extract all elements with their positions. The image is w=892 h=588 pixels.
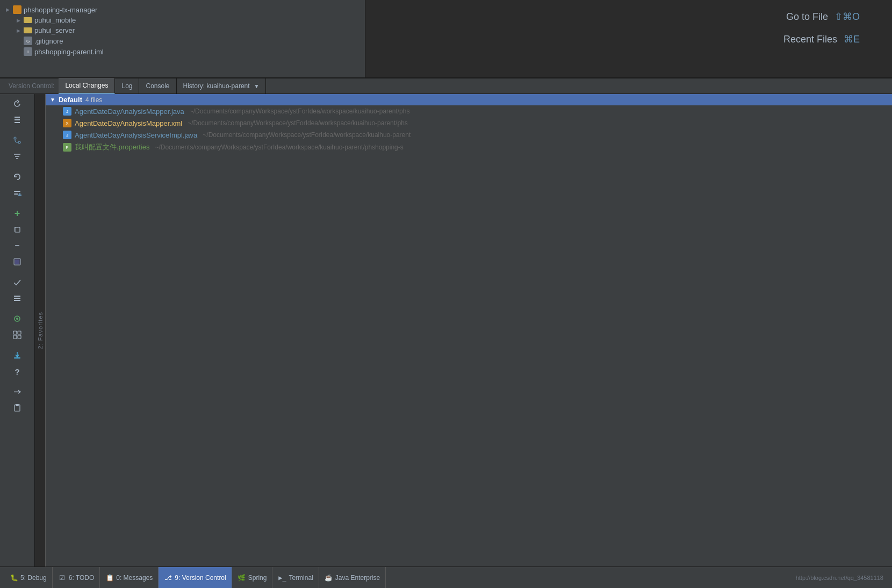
file-entry-mapper-xml[interactable]: X AgentDateDayAnalysisMapper.xml ~/Docum…	[46, 117, 892, 129]
copy-button[interactable]	[10, 222, 25, 237]
file-path-mapper-xml: ~/Documents/companyWorkspace/ystForIdea/…	[188, 119, 408, 127]
git-branch-button[interactable]	[10, 133, 25, 148]
git-branch-icon	[13, 136, 21, 145]
tree-item-gitignore[interactable]: G .gitignore	[0, 35, 365, 46]
tree-label-iml: phshopping-parent.iml	[34, 48, 104, 56]
file-entry-props[interactable]: P 我叫配置文件.properties ~/Documents/companyW…	[46, 141, 892, 154]
tab-console[interactable]: Console	[139, 78, 176, 94]
terminal-label: Terminal	[289, 574, 313, 582]
selection-button[interactable]	[10, 254, 25, 269]
messages-icon: 📋	[105, 573, 114, 582]
terminal-icon: ▶_	[278, 573, 286, 582]
status-bar: 🐛 5: Debug ☑ 6: TODO 📋 0: Messages ⎇ 9: …	[0, 567, 892, 588]
svg-point-1	[18, 141, 20, 144]
recent-files-item[interactable]: Recent Files ⌘E	[783, 33, 860, 45]
tab-local-changes-label: Local Changes	[65, 82, 108, 89]
tree-item-puhui-mobile[interactable]: ▶ puhui_mobile	[0, 15, 365, 25]
tree-label-server: puhui_server	[34, 26, 75, 34]
move-icon	[13, 388, 21, 396]
main-content: + −	[0, 94, 892, 567]
collapse-all-button[interactable]	[10, 149, 25, 164]
add-button[interactable]: +	[10, 206, 25, 221]
recent-files-shortcut: ⌘E	[844, 33, 860, 45]
expand-all-icon	[13, 116, 21, 124]
commit-button[interactable]	[10, 275, 25, 290]
go-to-file-label: Go to File	[786, 11, 828, 23]
svg-rect-6	[15, 227, 20, 232]
tree-label-mobile: puhui_mobile	[34, 16, 76, 24]
list-view-button[interactable]	[10, 291, 25, 306]
file-tree-content: ▶ phshopping-tx-manager ▶ puhui_mobile ▶…	[0, 0, 365, 77]
left-toolbar: + −	[0, 94, 35, 567]
bottom-url: http://blog.csdn.net/qq_34581118	[796, 575, 888, 581]
debug-label: 5: Debug	[20, 574, 47, 582]
tab-history[interactable]: History: kuaihuo-parent ▼	[177, 78, 267, 94]
group-expand-arrow: ▼	[50, 97, 55, 103]
status-todo[interactable]: ☑ 6: TODO	[53, 567, 100, 589]
tab-log[interactable]: Log	[115, 78, 139, 94]
selection-icon	[13, 257, 21, 266]
svg-rect-8	[15, 260, 19, 264]
status-messages[interactable]: 📋 0: Messages	[100, 567, 159, 589]
favorites-bar: 2: Favorites	[35, 94, 46, 567]
tree-arrow-mobile: ▶	[15, 17, 21, 24]
messages-label: 0: Messages	[116, 574, 153, 582]
status-spring[interactable]: 🌿 Spring	[232, 567, 273, 589]
svg-rect-16	[13, 335, 17, 339]
status-terminal[interactable]: ▶_ Terminal	[272, 567, 319, 589]
svg-rect-9	[14, 296, 20, 297]
tree-item-phshopping[interactable]: ▶ phshopping-tx-manager	[0, 4, 365, 15]
java-enterprise-icon: ☕	[325, 573, 333, 582]
tab-history-label: History: kuaihuo-parent	[183, 82, 250, 90]
tab-local-changes[interactable]: Local Changes	[59, 78, 115, 94]
rollback-button[interactable]	[10, 169, 25, 184]
remove-button[interactable]: −	[10, 238, 25, 253]
svg-rect-10	[14, 298, 20, 299]
group-count: 4 files	[85, 96, 102, 104]
tree-item-iml[interactable]: I phshopping-parent.iml	[0, 46, 365, 57]
default-group-header[interactable]: ▼ Default 4 files	[46, 94, 892, 105]
status-java-enterprise[interactable]: ☕ Java Enterprise	[319, 567, 386, 589]
refresh-button[interactable]	[10, 96, 25, 111]
highlight-icon	[13, 314, 21, 323]
expand-all-button[interactable]	[10, 112, 25, 127]
tree-label-phshopping: phshopping-tx-manager	[24, 6, 97, 14]
copy-clipboard-button[interactable]	[10, 400, 25, 415]
group-label: Default	[59, 96, 82, 104]
go-to-file-item[interactable]: Go to File ⇧⌘O	[786, 11, 860, 23]
version-control-label: 9: Version Control	[175, 574, 226, 582]
file-icon-service-java: J	[63, 131, 71, 139]
todo-label: 6: TODO	[69, 574, 95, 582]
svg-rect-20	[16, 404, 19, 406]
tree-item-puhui-server[interactable]: ▶ puhui_server	[0, 25, 365, 35]
changes-list: ▼ Default 4 files J AgentDateDayAnalysis…	[46, 94, 892, 567]
todo-icon: ☑	[58, 573, 67, 582]
file-name-service-java: AgentDateDayAnalysisServiceImpl.java	[75, 131, 197, 139]
commit-icon	[13, 278, 21, 286]
folder-icon-phshopping	[13, 5, 21, 14]
file-path-mapper-java: ~/Documents/companyWorkspace/ystForIdea/…	[190, 107, 410, 115]
highlight-button[interactable]	[10, 311, 25, 326]
copy-icon	[13, 225, 21, 234]
file-icon-mapper-java: J	[63, 107, 71, 116]
tab-console-label: Console	[146, 82, 169, 90]
new-changelist-icon	[13, 189, 21, 197]
expand-tree-icon	[13, 331, 21, 339]
status-debug[interactable]: 🐛 5: Debug	[4, 567, 53, 589]
file-name-mapper-java: AgentDateDayAnalysisMapper.java	[75, 107, 184, 116]
tab-history-arrow: ▼	[254, 83, 260, 89]
svg-point-0	[14, 137, 16, 139]
list-view-icon	[13, 294, 21, 303]
new-changelist-button[interactable]	[10, 185, 25, 200]
collapse-all-icon	[13, 152, 21, 161]
expand-tree-button[interactable]	[10, 327, 25, 342]
update-button[interactable]	[10, 348, 25, 363]
status-version-control[interactable]: ⎇ 9: Version Control	[159, 567, 232, 589]
file-entry-service-java[interactable]: J AgentDateDayAnalysisServiceImpl.java ~…	[46, 129, 892, 141]
move-button[interactable]	[10, 384, 25, 399]
file-path-props: ~/Documents/companyWorkspace/ystForIdea/…	[155, 144, 403, 151]
file-entry-mapper-java[interactable]: J AgentDateDayAnalysisMapper.java ~/Docu…	[46, 105, 892, 117]
refresh-icon	[13, 99, 21, 108]
help-button[interactable]: ?	[10, 364, 25, 379]
file-icon-gitignore: G	[24, 37, 32, 45]
